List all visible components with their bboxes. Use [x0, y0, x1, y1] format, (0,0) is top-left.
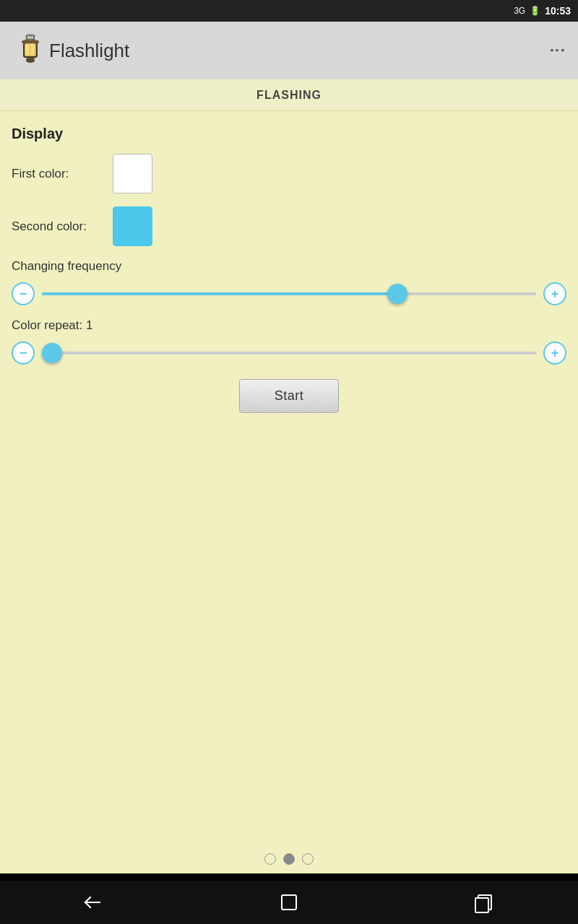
first-color-swatch[interactable] [113, 154, 152, 193]
plus-icon-2: + [551, 346, 559, 359]
first-color-label: First color: [12, 167, 113, 181]
plus-icon: + [551, 287, 559, 300]
svg-point-7 [26, 58, 35, 63]
second-color-label: Second color: [12, 219, 113, 234]
svg-rect-3 [25, 44, 30, 56]
frequency-slider-row: − + [12, 282, 566, 305]
page-dot-1[interactable] [283, 853, 295, 865]
tab-bar: FLASHING [0, 79, 578, 111]
signal-icon: 3G [514, 6, 525, 16]
start-button[interactable]: Start [239, 379, 340, 413]
battery-icon: 🔋 [530, 6, 540, 16]
back-button[interactable] [74, 888, 118, 917]
first-color-row: First color: [12, 154, 566, 193]
svg-rect-4 [30, 44, 35, 56]
svg-rect-5 [22, 40, 39, 43]
main-content: Display First color: Second color: Chang… [0, 111, 578, 845]
frequency-increase-button[interactable]: + [543, 282, 566, 305]
frequency-slider[interactable] [42, 292, 536, 295]
color-repeat-label: Color repeat: 1 [12, 318, 566, 333]
repeat-decrease-button[interactable]: − [12, 341, 35, 365]
page-dot-0[interactable] [264, 853, 276, 865]
home-icon [281, 894, 297, 910]
page-dot-2[interactable] [302, 853, 314, 865]
frequency-thumb[interactable] [387, 284, 407, 304]
svg-point-10 [26, 34, 35, 37]
minus-icon: − [20, 287, 27, 300]
status-bar: 3G 🔋 10:53 [0, 0, 578, 22]
app-title: Flashlight [49, 40, 548, 62]
second-color-swatch[interactable] [113, 206, 152, 246]
frequency-label: Changing frequency [12, 259, 566, 274]
app-bar: Flashlight ⋮ [0, 22, 578, 79]
home-button[interactable] [267, 888, 311, 917]
nav-bar [0, 881, 578, 924]
back-icon [86, 895, 106, 910]
color-repeat-slider[interactable] [42, 352, 536, 354]
app-icon [12, 32, 49, 69]
overflow-menu-button[interactable]: ⋮ [548, 43, 566, 59]
color-repeat-slider-row: − + [12, 341, 566, 365]
recents-icon [475, 894, 489, 910]
tab-flashing[interactable]: FLASHING [256, 89, 322, 102]
time-display: 10:53 [545, 5, 571, 17]
frequency-decrease-button[interactable]: − [12, 282, 35, 305]
page-dots [0, 845, 578, 873]
display-section-label: Display [12, 126, 566, 142]
minus-icon-2: − [20, 346, 27, 359]
second-color-row: Second color: [12, 206, 566, 246]
recents-button[interactable] [460, 888, 504, 917]
repeat-increase-button[interactable]: + [543, 341, 566, 365]
repeat-thumb[interactable] [42, 343, 62, 363]
